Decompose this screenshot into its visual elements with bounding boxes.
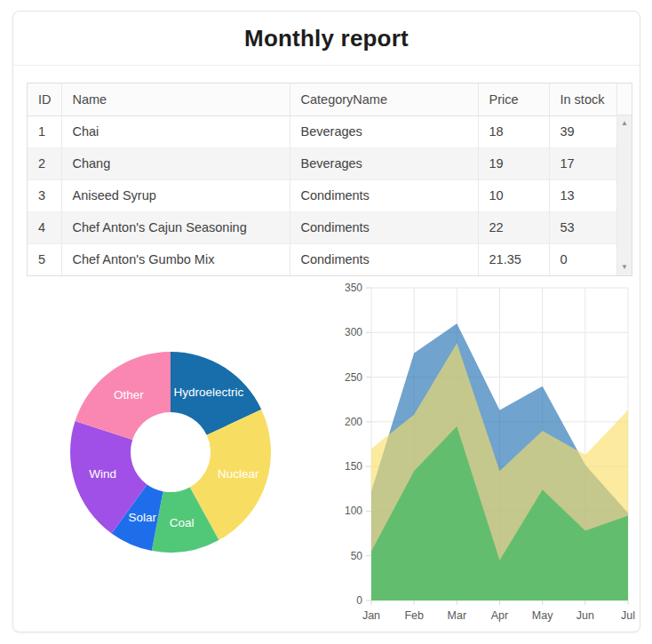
- table-cell: 17: [549, 147, 618, 179]
- donut-segment-label: Coal: [170, 516, 195, 529]
- energy-donut-chart: HydroelectricNuclearCoalSolarWindOther: [40, 331, 333, 598]
- x-axis-label: May: [532, 609, 553, 622]
- y-axis-label: 250: [345, 371, 362, 384]
- x-axis-label: Mar: [448, 609, 467, 622]
- table-cell: Chef Anton's Cajun Seasoning: [61, 211, 290, 243]
- table-cell: 5: [28, 243, 61, 275]
- table-cell: 22: [478, 211, 549, 243]
- x-axis-label: Jun: [576, 609, 594, 622]
- table-cell: Chai: [61, 115, 290, 147]
- table-cell: Aniseed Syrup: [61, 179, 290, 211]
- column-header-in-stock: In stock: [549, 83, 618, 115]
- table-row[interactable]: 4Chef Anton's Cajun SeasoningCondiments2…: [28, 211, 618, 243]
- column-header-name: Name: [61, 83, 290, 115]
- table-cell: Condiments: [290, 243, 478, 275]
- column-header-price: Price: [478, 83, 549, 115]
- scrollbar-header-stub: [617, 83, 632, 115]
- column-header-categoryname: CategoryName: [290, 83, 478, 115]
- products-table-container: IDNameCategoryNamePriceIn stock 1ChaiBev…: [27, 83, 632, 276]
- table-cell: 1: [28, 115, 61, 147]
- table-cell: 4: [28, 211, 61, 243]
- products-table: IDNameCategoryNamePriceIn stock 1ChaiBev…: [28, 83, 618, 275]
- donut-segment-label: Hydroelectric: [174, 386, 244, 399]
- y-axis-label: 200: [345, 416, 362, 428]
- table-cell: Beverages: [290, 115, 478, 147]
- table-cell: 53: [549, 211, 618, 243]
- table-cell: Condiments: [290, 211, 478, 243]
- x-axis-label: Jul: [621, 609, 635, 622]
- scrollbar-track[interactable]: ▲ ▼: [617, 115, 632, 275]
- y-axis-label: 50: [351, 550, 363, 562]
- table-cell: 18: [478, 115, 549, 147]
- table-row[interactable]: 2ChangBeverages1917: [28, 147, 618, 179]
- table-row[interactable]: 3Aniseed SyrupCondiments1013: [28, 179, 618, 211]
- donut-segment-label: Wind: [89, 467, 116, 481]
- x-axis-label: Apr: [491, 609, 508, 622]
- scroll-up-icon[interactable]: ▲: [621, 120, 628, 127]
- scroll-down-icon[interactable]: ▼: [621, 264, 628, 271]
- y-axis-label: 350: [345, 282, 362, 294]
- page-title: Monthly report: [244, 25, 409, 52]
- table-cell: 39: [549, 115, 618, 147]
- x-axis-label: Feb: [404, 609, 424, 622]
- card-header: Monthly report: [13, 12, 640, 66]
- y-axis-label: 100: [345, 505, 362, 517]
- column-header-id: ID: [28, 83, 61, 115]
- table-scrollbar[interactable]: ▲ ▼: [616, 83, 632, 275]
- table-row[interactable]: 1ChaiBeverages1839: [28, 115, 618, 147]
- table-cell: Chang: [61, 147, 290, 179]
- report-card: Monthly report IDNameCategoryNamePriceIn…: [12, 11, 640, 632]
- table-cell: 3: [28, 179, 61, 211]
- table-cell: 10: [478, 179, 549, 211]
- table-cell: 21.35: [478, 243, 549, 275]
- y-axis-label: 0: [356, 594, 362, 607]
- table-header-row: IDNameCategoryNamePriceIn stock: [28, 83, 618, 115]
- x-axis-label: Jan: [362, 609, 380, 622]
- donut-segment-label: Nuclear: [218, 467, 259, 481]
- table-cell: 19: [478, 147, 549, 179]
- monthly-area-chart: 050100150200250300350JanFebMarAprMayJunJ…: [333, 276, 640, 633]
- y-axis-label: 300: [345, 326, 362, 338]
- donut-segment-label: Solar: [128, 511, 156, 524]
- charts-row: HydroelectricNuclearCoalSolarWindOther 0…: [13, 276, 641, 633]
- table-cell: 13: [549, 179, 618, 211]
- table-cell: Condiments: [290, 179, 478, 211]
- table-cell: 0: [549, 243, 618, 275]
- table-cell: Chef Anton's Gumbo Mix: [61, 243, 290, 275]
- y-axis-label: 150: [345, 460, 362, 473]
- donut-segment-label: Other: [114, 388, 144, 402]
- table-cell: Beverages: [290, 147, 478, 179]
- table-row[interactable]: 5Chef Anton's Gumbo MixCondiments21.350: [28, 243, 618, 275]
- table-cell: 2: [28, 147, 61, 179]
